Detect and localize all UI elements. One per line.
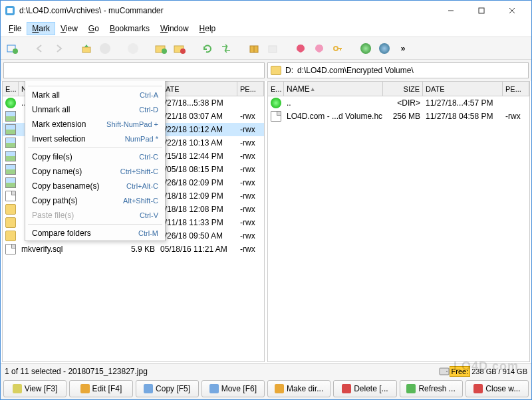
col-date[interactable]: DATE [158,82,237,96]
col-name[interactable]: NAME ▲ [284,82,383,96]
menu-item[interactable]: Copy name(s)Ctrl+Shift-C [25,164,165,179]
right-pane: E... NAME ▲ SIZE DATE PE... ..<DIR>11/27… [267,81,530,362]
menu-item[interactable]: Invert selectionNumPad * [25,132,165,146]
up-icon[interactable] [79,41,94,56]
menu-item[interactable]: Unmark allCtrl-D [25,102,165,117]
mark-menu-dropdown: Mark/unmarkSpaceMark files...NumPad +Unm… [25,81,166,241]
title-bar: d:\LO4D.com\Archives\ - muCommander [1,1,531,21]
close-button[interactable] [497,1,527,21]
menu-mark[interactable]: Mark [27,22,55,35]
right-drive-label: D: [285,66,293,75]
new-tab-icon[interactable] [5,41,19,56]
right-path-input[interactable] [297,66,525,75]
menu-file[interactable]: File [3,22,27,35]
menu-item[interactable]: Unmark files...NumPad - [25,81,165,84]
svg-point-12 [180,49,186,54]
svg-point-10 [162,49,167,54]
back-icon[interactable] [33,41,47,56]
pic-icon [5,111,16,122]
menu-window[interactable]: Window [155,22,194,35]
left-path-box[interactable] [3,62,265,78]
button-icon [342,384,351,393]
disk-icon [439,367,450,375]
globe-icon[interactable] [377,41,392,56]
more-icon[interactable]: » [396,41,410,56]
col-perm[interactable]: PE... [503,82,529,96]
pic-icon [5,164,16,175]
function-button[interactable]: View [F3] [3,380,66,397]
table-row[interactable]: mkverify.sql5.9 KB05/18/16 11:21 AM-rwx [3,243,264,256]
table-row[interactable]: ..<DIR>11/27/18...4:57 PM [268,96,529,110]
menu-view[interactable]: View [55,22,83,35]
pic-icon [5,124,16,135]
key-icon[interactable] [331,41,345,56]
app-icon [5,5,15,16]
unpack-icon[interactable] [265,41,280,56]
bookmarks-icon[interactable] [312,41,327,56]
menu-item[interactable]: Compare foldersCtrl-M [25,226,165,241]
minimize-button[interactable] [436,1,466,21]
swap-icon[interactable] [219,41,233,56]
folder-delete-icon[interactable] [172,41,187,56]
table-row[interactable]: LO4D.com - ...d Volume.hc256 MB11/27/18 … [268,110,529,123]
free-value: 238 GB / 914 GB [471,367,527,375]
button-icon [144,384,153,393]
right-path-box[interactable]: D: [267,62,529,78]
col-ext[interactable]: E... [268,82,284,96]
button-icon [13,384,22,393]
svg-rect-15 [269,46,277,52]
right-file-list[interactable]: ..<DIR>11/27/18...4:57 PMLO4D.com - ...d… [268,96,529,361]
folder-new-icon[interactable] [154,41,168,56]
function-button[interactable]: Delete [... [333,380,396,397]
function-button[interactable]: Make dir... [267,380,331,397]
forward-icon[interactable] [51,41,66,56]
svg-point-20 [446,371,448,372]
ball-icon [271,98,281,108]
svg-rect-1 [7,8,13,13]
maximize-button[interactable] [466,1,497,21]
ball-icon [5,98,16,108]
button-icon [209,384,219,393]
col-date[interactable]: DATE [423,82,503,96]
function-button[interactable]: Close w... [466,380,529,397]
menu-item[interactable]: Copy file(s)Ctrl-C [25,150,165,164]
menu-help[interactable]: Help [194,22,221,35]
pic-icon [5,138,16,148]
refresh-icon[interactable] [200,41,215,56]
menu-go[interactable]: Go [83,22,104,35]
doc-icon [5,191,16,201]
pack-icon[interactable] [247,41,261,56]
doc-icon [5,244,16,254]
bookmark-add-icon[interactable] [293,41,308,56]
arc-icon [5,204,16,215]
panes: E... NAME SIZE DATE PE... ..1/27/18...5:… [1,81,531,363]
arc-icon [5,231,16,241]
function-button[interactable]: Refresh ... [400,380,463,397]
free-label: Free: [450,366,471,377]
col-perm[interactable]: PE... [237,82,264,96]
menu-bookmarks[interactable]: Bookmarks [104,22,155,35]
path-row: D: [1,60,531,81]
right-header: E... NAME ▲ SIZE DATE PE... [268,82,529,96]
function-button[interactable]: Edit [F4] [69,380,132,397]
pic-icon [5,177,16,188]
status-text: 1 of 11 selected - 20180715_123827.jpg [5,367,439,376]
function-button[interactable]: Copy [F5] [136,380,199,397]
arc-icon [5,217,16,228]
function-button[interactable]: Move [F6] [201,380,265,397]
menu-item[interactable]: Mark allCtrl-A [25,88,165,102]
button-icon [406,384,416,393]
menu-item[interactable]: Mark extensionShift-NumPad + [25,117,165,132]
menu-item[interactable]: Paste file(s)Ctrl-V [25,208,165,223]
server-icon[interactable] [358,41,373,56]
home-icon[interactable] [98,41,112,56]
menu-item[interactable]: Copy path(s)Alt+Shift-C [25,193,165,208]
stop-icon[interactable] [126,41,140,56]
col-ext[interactable]: E... [3,82,19,96]
window-title: d:\LO4D.com\Archives\ - muCommander [19,6,436,15]
menu-item[interactable]: Copy basename(s)Ctrl+Alt-C [25,179,165,193]
menu-bar: File Mark View Go Bookmarks Window Help [1,21,531,37]
pic-icon [5,151,16,161]
col-size[interactable]: SIZE [383,82,423,96]
doc-icon [271,111,281,122]
